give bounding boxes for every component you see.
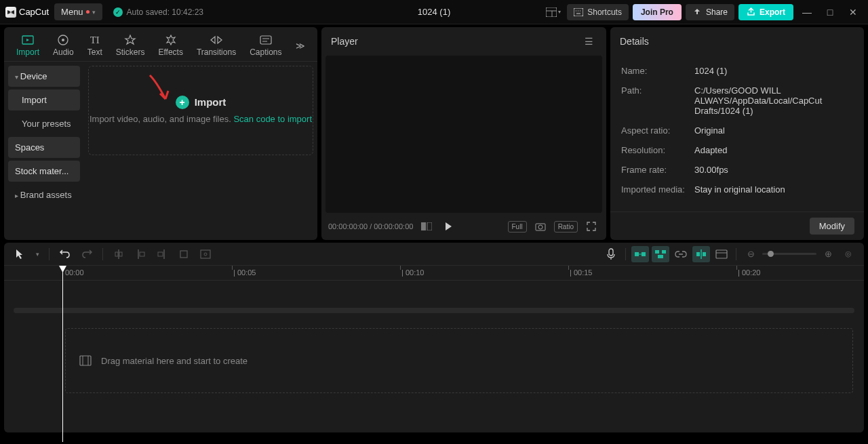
tab-stickers-label: Stickers (116, 47, 145, 57)
cover-button[interactable] (713, 246, 730, 262)
microphone-icon (606, 248, 616, 260)
sidebar-item-device[interactable]: Device (8, 66, 80, 87)
svg-rect-29 (635, 252, 639, 256)
maximize-button[interactable]: □ (821, 4, 840, 20)
hamburger-icon: ☰ (585, 36, 593, 47)
freeze-button[interactable] (197, 246, 214, 262)
timeline-tracks[interactable]: Drag material here and start to create (4, 281, 864, 308)
pointer-dropdown[interactable]: ▾ (33, 246, 42, 262)
tab-text[interactable]: TI Text (81, 30, 109, 61)
delete-right-button[interactable] (153, 246, 171, 262)
sidebar-item-spaces[interactable]: Spaces (8, 137, 80, 158)
svg-point-10 (62, 39, 64, 41)
export-button[interactable]: Export (738, 4, 793, 20)
record-button[interactable] (602, 246, 620, 262)
svg-point-27 (204, 253, 207, 256)
zoom-out-button[interactable]: ⊖ (742, 246, 760, 262)
shortcuts-button[interactable]: Shortcuts (567, 4, 629, 20)
tab-captions[interactable]: Captions (243, 30, 288, 61)
sidebar-item-import[interactable]: Import (8, 89, 80, 110)
modify-button[interactable]: Modify (810, 218, 854, 235)
axis-icon (696, 249, 707, 260)
sidebar-item-stock[interactable]: Stock mater... (8, 161, 80, 182)
crop-button[interactable] (175, 246, 193, 262)
zoom-in-button[interactable]: ⊕ (819, 246, 837, 262)
stickers-icon (123, 34, 137, 46)
tab-effects[interactable]: Effects (151, 30, 189, 61)
layout-button[interactable]: ▾ (544, 4, 563, 20)
svg-rect-3 (574, 8, 583, 16)
snapshot-button[interactable] (532, 218, 549, 235)
zoom-fit-button[interactable]: ◎ (840, 246, 857, 262)
captions-icon (259, 34, 273, 46)
zoom-slider[interactable] (762, 253, 816, 255)
capcut-logo-icon (5, 7, 16, 18)
label-framerate: Frame rate: (621, 165, 694, 175)
tab-transitions[interactable]: Transitions (190, 30, 243, 61)
import-dropzone[interactable]: + Import Import video, audio, and image … (88, 66, 313, 155)
undo-button[interactable] (56, 246, 74, 262)
chevrons-right-icon: ≫ (296, 41, 305, 51)
svg-rect-28 (609, 249, 613, 256)
compare-button[interactable] (418, 218, 435, 235)
tab-effects-label: Effects (158, 47, 182, 57)
svg-rect-19 (115, 252, 118, 256)
tabs-overflow-button[interactable]: ≫ (289, 37, 312, 55)
check-circle-icon: ✓ (113, 7, 123, 17)
tab-stickers[interactable]: Stickers (109, 30, 152, 61)
ratio-button[interactable]: Ratio (554, 221, 578, 233)
svg-rect-32 (655, 250, 659, 254)
tab-import[interactable]: Import (9, 30, 46, 61)
redo-button[interactable] (78, 246, 96, 262)
player-menu-button[interactable]: ☰ (580, 33, 597, 49)
sidebar-item-presets[interactable]: Your presets (8, 113, 80, 134)
crop-icon (179, 249, 189, 259)
compare-icon (421, 222, 432, 230)
svg-rect-20 (119, 252, 122, 256)
timeline-panel: ▾ ⊖ ⊕ ◎ 00:00 | 00:05 | 00:10 (4, 243, 864, 432)
audio-icon (56, 34, 70, 46)
details-title: Details (620, 36, 649, 47)
track-dropzone[interactable]: Drag material here and start to create (65, 328, 853, 393)
share-button[interactable]: Share (686, 4, 734, 20)
menu-button[interactable]: Menu ▾ (54, 3, 102, 20)
plus-circle-icon: + (176, 96, 189, 109)
label-imported: Imported media: (621, 184, 694, 195)
full-button[interactable]: Full (508, 221, 527, 233)
tab-audio[interactable]: Audio (46, 30, 81, 61)
ruler-mark: 00:00 (65, 268, 84, 277)
label-resolution: Resolution: (621, 145, 694, 155)
svg-rect-15 (427, 222, 432, 230)
minimize-button[interactable]: — (797, 4, 816, 20)
snap-track-icon (654, 249, 667, 259)
link-button[interactable] (672, 246, 690, 262)
plus-circle-icon: ⊕ (825, 249, 832, 259)
expand-icon (587, 222, 596, 231)
delete-left-button[interactable] (132, 246, 149, 262)
share-label: Share (706, 7, 728, 17)
timeline-scrollbar[interactable] (14, 308, 854, 313)
split-button[interactable] (110, 246, 127, 262)
camera-icon (535, 222, 546, 231)
text-icon: TI (88, 34, 102, 46)
undo-icon (60, 249, 71, 259)
details-panel: Details Name:1024 (1) Path:C:/Users/GOOD… (610, 27, 864, 240)
preview-axis-button[interactable] (692, 246, 710, 262)
sidebar-item-brand[interactable]: Brand assets (8, 184, 80, 205)
magnet-track-button[interactable] (652, 246, 669, 262)
track-placeholder-text: Drag material here and start to create (101, 356, 248, 366)
join-pro-button[interactable]: Join Pro (633, 4, 682, 20)
magnet-main-button[interactable] (631, 246, 649, 262)
pointer-tool-button[interactable] (11, 246, 28, 262)
timeline-ruler[interactable]: 00:00 | 00:05 | 00:10 | 00:15 | 00:20 (4, 266, 864, 281)
minus-circle-icon: ⊖ (747, 249, 755, 259)
keyboard-icon (574, 8, 583, 16)
play-button[interactable] (440, 218, 456, 235)
split-icon (114, 249, 123, 260)
slider-thumb[interactable] (768, 251, 774, 257)
player-viewport[interactable] (326, 56, 602, 213)
scan-code-link[interactable]: Scan code to import (233, 114, 312, 124)
close-button[interactable]: ✕ (844, 4, 863, 20)
player-title: Player (331, 36, 358, 47)
fullscreen-button[interactable] (583, 218, 599, 235)
